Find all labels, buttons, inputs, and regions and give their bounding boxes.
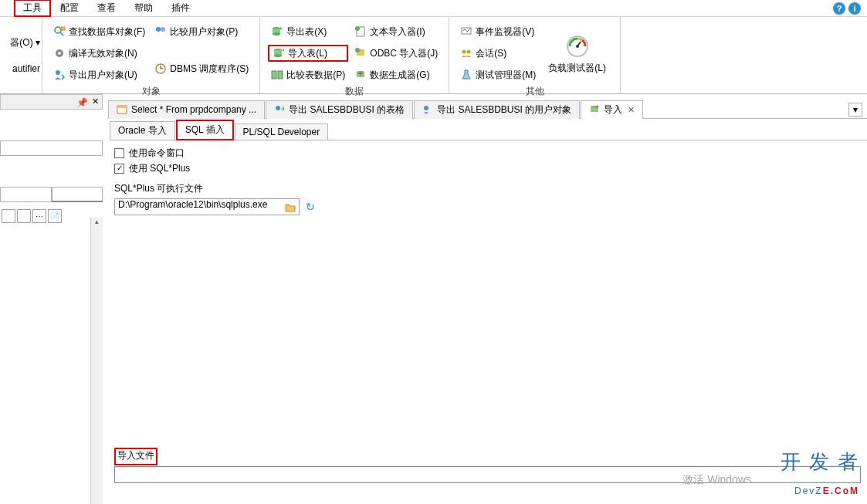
dbms-scheduler-button[interactable]: DBMS 调度程序(S) [151,60,252,77]
dbms-scheduler-label: DBMS 调度程序(S) [170,63,249,76]
svg-point-36 [424,106,428,110]
text-importer-button[interactable]: 文本导入器(I) [351,23,441,40]
session-button[interactable]: 会话(S) [457,45,539,62]
odbc-icon [354,47,367,59]
scroll-up-icon[interactable]: ▴ [91,218,103,230]
svg-point-32 [576,45,579,48]
monitor-icon [460,25,472,38]
export-table-label: 导出表(X) [286,25,327,39]
use-cmd-window-checkbox[interactable] [114,148,124,158]
close-panel-icon[interactable]: ✕ [92,96,99,107]
compare-table-icon [271,69,283,81]
group-title-other: 其他 [456,83,614,98]
sectab-plsql-developer[interactable]: PL/SQL Developer [235,123,329,140]
left-tabstrip [0,187,103,202]
doc-tab-export-userobj[interactable]: 导出 SALESBDBUSI 的用户对象 [414,100,580,119]
close-tab-icon[interactable]: ✕ [628,105,635,115]
find-db-object-button[interactable]: 查找数据库对象(F) [50,23,148,40]
sqlplus-path-input[interactable]: D:\Program\oracle12\bin\sqlplus.exe [114,198,300,215]
activate-windows-text: 激活 Windows [682,473,751,487]
use-cmd-window-row[interactable]: 使用命令窗口 [114,145,861,161]
export-user-obj-button[interactable]: 导出用户对象(U) [50,66,148,83]
compile-invalid-button[interactable]: 编译无效对象(N) [50,45,148,62]
text-import-icon [354,25,367,38]
brand-en: DevZE.CoM [781,475,859,499]
doc-tab-import-label: 导入 [604,103,622,117]
pin-icon[interactable]: 📌 [76,97,88,108]
left-tab-1[interactable] [0,187,52,202]
event-monitor-label: 事件监视器(V) [476,25,534,39]
document-tabstrip: Select * From prpdcompany ... 导出 SALESBD… [108,100,867,119]
refresh-icon[interactable]: ↻ [306,201,315,213]
left-scrollbar[interactable]: ▴ [90,218,103,504]
import-method-tabs: Oracle 导入 SQL 插入 PL/SQL Developer [110,123,867,140]
import-table-button[interactable]: 导入表(L) [268,45,348,62]
browse-folder-icon[interactable] [284,201,296,214]
brand-cn: 开 发 者 [781,448,859,475]
trunc-label-1[interactable]: 器(O) ▾ [10,36,40,49]
sql-window-icon [117,104,127,115]
svg-text:+: + [358,69,364,79]
doc-tab-export-userobj-label: 导出 SALESBDBUSI 的用户对象 [437,103,571,117]
doc-tab-import[interactable]: 导入 ✕ [581,100,643,119]
svg-point-23 [355,48,360,52]
ribbon-group-other: 事件监视器(V) 会话(S) 测试管理器(M) 负载测试器(L) 其他 [449,17,621,93]
test-manager-label: 测试管理器(M) [476,69,536,82]
import-table-label: 导入表(L) [288,47,327,60]
watermark: 激活 Windows 开 发 者 DevZE.CoM [781,448,859,499]
compile-invalid-label: 编译无效对象(N) [69,47,137,60]
session-icon [460,47,472,59]
find-db-object-label: 查找数据库对象(F) [69,25,145,39]
info-icon[interactable]: i [848,2,861,15]
export-user-obj-label: 导出用户对象(U) [69,69,137,82]
sqlplus-path-value: D:\Program\oracle12\bin\sqlplus.exe [118,199,267,210]
import-options: 使用命令窗口 ✓ 使用 SQL*Plus SQL*Plus 可执行文件 D:\P… [114,145,861,215]
svg-point-7 [161,27,165,32]
sectab-sql-insert[interactable]: SQL 插入 [176,120,234,140]
left-search-input[interactable] [0,140,103,156]
ribbon: 器(O) ▾ autifier 查找数据库对象(F) 编译无效对象(N) 导出用… [0,17,867,94]
menu-tools[interactable]: 工具 [14,0,51,17]
odbc-importer-label: ODBC 导入器(J) [370,47,438,60]
tabstrip-expand-button[interactable]: ▾ [848,103,862,117]
help-icon[interactable]: ? [833,2,845,15]
doc-tab-export-tables-label: 导出 SALESBDBUSI 的表格 [289,103,405,117]
data-generator-label: 数据生成器(G) [370,69,429,82]
left-tool-doc[interactable]: 📄 [48,209,62,223]
load-tester-button[interactable]: 负载测试器(L) [540,20,614,83]
sectab-oracle-import[interactable]: Oracle 导入 [110,121,175,140]
session-label: 会话(S) [476,47,506,60]
svg-rect-2 [61,27,65,30]
export-table-button[interactable]: 导出表(X) [268,23,348,40]
left-tool-more[interactable]: ⋯ [32,209,46,223]
compare-user-obj-button[interactable]: 比较用户对象(P) [151,23,252,40]
odbc-importer-button[interactable]: ODBC 导入器(J) [351,45,441,62]
test-manager-button[interactable]: 测试管理器(M) [457,66,539,83]
use-sqlplus-checkbox[interactable]: ✓ [114,164,124,174]
menu-view[interactable]: 查看 [88,0,125,17]
compare-table-data-button[interactable]: 比较表数据(P) [268,66,348,83]
trunc-label-2: autifier [12,63,40,74]
menu-config[interactable]: 配置 [51,0,88,17]
doc-tab-export-tables[interactable]: 导出 SALESBDBUSI 的表格 [266,100,413,119]
left-tool-2[interactable] [17,209,31,223]
left-tab-2[interactable] [52,187,103,202]
svg-rect-18 [278,71,283,79]
event-monitor-button[interactable]: 事件监视器(V) [457,23,539,40]
left-panel-header: 📌 ✕ [0,94,103,110]
svg-line-1 [60,32,63,36]
data-generator-button[interactable]: + 数据生成器(G) [351,66,441,83]
text-importer-label: 文本导入器(I) [370,25,425,39]
use-sqlplus-row[interactable]: ✓ 使用 SQL*Plus [114,161,861,176]
import-file-label: 导入文件 [114,448,157,465]
left-tool-1[interactable] [2,209,15,223]
export-icon [274,104,285,115]
doc-tab-sql[interactable]: Select * From prpdcompany ... [108,100,265,119]
compare-users-icon [154,25,167,38]
test-icon [460,69,472,81]
clock-icon [154,63,167,75]
menu-plugin[interactable]: 插件 [162,0,199,17]
svg-point-6 [156,27,161,32]
menu-help[interactable]: 帮助 [125,0,162,17]
svg-point-20 [355,26,360,31]
